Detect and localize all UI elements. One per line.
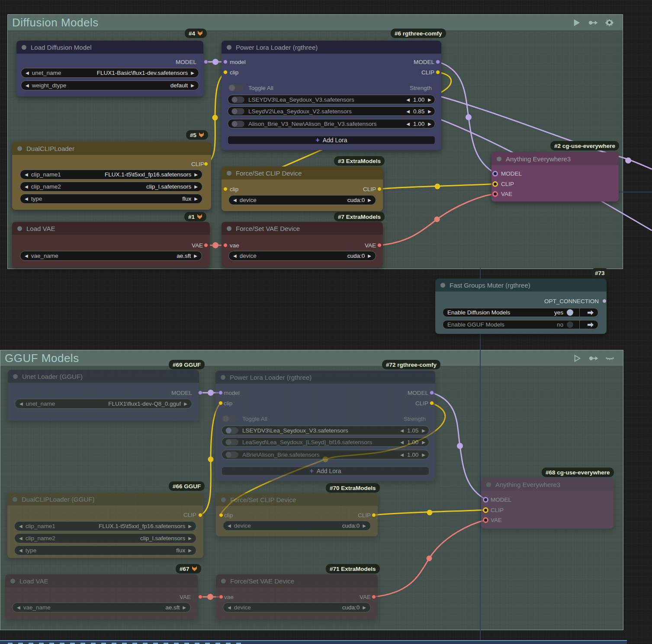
port-vae-out[interactable] [204, 243, 208, 247]
node-power-lora-loader-gguf[interactable]: Power Lora Loader (rgthree) model clip M… [215, 371, 435, 481]
toggle-all-switch[interactable] [222, 415, 237, 422]
add-lora-button[interactable]: +Add Lora [228, 136, 435, 144]
combo-next-icon[interactable]: ▶ [194, 172, 198, 177]
port-model-out[interactable] [436, 60, 440, 64]
port-model-out[interactable] [204, 60, 208, 64]
combo-next-icon[interactable]: ▶ [183, 605, 186, 610]
lora-strength[interactable]: ◀1.00▶ [406, 121, 431, 127]
combo-prev-icon[interactable]: ◀ [17, 605, 20, 610]
toggle-all-switch[interactable] [228, 84, 243, 91]
collapse-dot[interactable] [227, 226, 231, 231]
node-force-set-clip-device[interactable]: Force/Set CLIP Device clip CLIP ◀devicec… [222, 167, 383, 211]
combo-vae-name[interactable]: ◀vae_nameae.sft▶ [20, 251, 202, 261]
lora-strength[interactable]: ◀1.05▶ [400, 427, 425, 434]
collapse-dot[interactable] [486, 482, 491, 487]
collapse-dot[interactable] [10, 579, 15, 583]
collapse-dot[interactable] [497, 157, 501, 161]
port-vae-out[interactable] [198, 595, 202, 599]
port-clip-out[interactable] [198, 513, 202, 517]
lora-strength[interactable]: ◀0.85▶ [406, 108, 431, 115]
combo-next-icon[interactable]: ▶ [191, 70, 194, 75]
combo-next-icon[interactable]: ▶ [368, 253, 371, 258]
port-model-in[interactable] [483, 497, 488, 503]
combo-next-icon[interactable]: ▶ [363, 523, 366, 528]
lora-strength[interactable]: ◀1.00▶ [400, 452, 425, 458]
collapse-dot[interactable] [13, 497, 17, 502]
lora-toggle[interactable] [225, 452, 238, 458]
node-graph-canvas[interactable]: Diffusion Models GGUF Models [0, 0, 652, 644]
node-load-diffusion-model[interactable]: Load Diffusion Model MODEL ◀unet_nameFLU… [16, 41, 203, 96]
port-opt-connection-out[interactable] [602, 299, 607, 303]
port-clip-out[interactable] [430, 401, 434, 405]
combo-prev-icon[interactable]: ◀ [19, 536, 22, 541]
node-load-vae-gguf[interactable]: Load VAE VAE ◀vae_nameae.sft▶ [5, 574, 198, 619]
jump-to-group-icon[interactable] [583, 322, 598, 328]
node-fast-groups-muter[interactable]: Fast Groups Muter (rgthree) OPT_CONNECTI… [435, 279, 607, 334]
muter-toggle[interactable] [567, 321, 573, 328]
combo-device[interactable]: ◀devicecuda:0▶ [228, 195, 376, 205]
collapse-dot[interactable] [22, 45, 26, 50]
node-force-set-vae-device[interactable]: Force/Set VAE Device vae VAE ◀devicecuda… [222, 222, 383, 268]
combo-prev-icon[interactable]: ◀ [25, 253, 28, 258]
lora-row[interactable]: LSEYDV3\Lea_Seydoux_V3.safetensors ◀1.00… [228, 95, 435, 104]
node-dual-clip-loader[interactable]: DualCLIPLoader CLIP ◀clip_name1FLUX.1-t5… [12, 142, 211, 210]
lora-toggle[interactable] [225, 439, 238, 445]
lora-row[interactable]: LSEYDV3\Lea_Seydoux_V3.safetensors ◀1.05… [222, 426, 429, 435]
combo-next-icon[interactable]: ▶ [188, 548, 192, 553]
collapse-dot[interactable] [227, 45, 231, 50]
combo-clip-name2[interactable]: ◀clip_name2clip_l.safetensors▶ [14, 533, 196, 543]
node-anything-everywhere3-gguf[interactable]: Anything Everywhere3 MODEL CLIP VAE [481, 478, 613, 529]
port-vae-out[interactable] [377, 243, 382, 247]
collapse-dot[interactable] [440, 283, 445, 288]
port-clip-in[interactable] [223, 187, 228, 191]
port-clip-out[interactable] [204, 162, 208, 166]
port-clip-in[interactable] [492, 181, 498, 187]
collapse-dot[interactable] [227, 171, 231, 176]
port-clip-in[interactable] [219, 513, 223, 517]
port-vae-out[interactable] [372, 595, 376, 599]
port-vae-in[interactable] [223, 243, 228, 247]
lora-toggle[interactable] [231, 108, 244, 115]
combo-prev-icon[interactable]: ◀ [25, 184, 28, 189]
port-model-in[interactable] [492, 171, 498, 176]
port-clip-out[interactable] [436, 70, 440, 74]
lora-toggle[interactable] [231, 96, 244, 103]
lora-strength[interactable]: ◀1.00▶ [406, 96, 431, 103]
port-vae-in[interactable] [483, 517, 488, 523]
combo-weight-dtype[interactable]: ◀weight_dtypedefault▶ [21, 80, 199, 90]
collapse-dot[interactable] [221, 375, 225, 380]
port-model-in[interactable] [218, 391, 223, 395]
jump-to-group-icon[interactable] [583, 310, 598, 316]
collapse-dot[interactable] [13, 374, 18, 379]
combo-clip-name2[interactable]: ◀clip_name2clip_l.safetensors▶ [20, 182, 202, 192]
port-vae-in[interactable] [492, 191, 498, 197]
node-power-lora-loader[interactable]: Power Lora Loader (rgthree) model clip M… [222, 41, 441, 150]
lora-strength[interactable]: ◀1.00▶ [400, 439, 425, 445]
add-lora-button[interactable]: +Add Lora [222, 467, 429, 475]
collapse-dot[interactable] [221, 497, 226, 502]
muter-row-gguf[interactable]: Enable GGUF Models no [443, 320, 598, 329]
node-anything-everywhere3[interactable]: Anything Everywhere3 MODEL CLIP VAE [491, 152, 619, 202]
collapse-dot[interactable] [17, 226, 22, 231]
combo-device[interactable]: ◀devicecuda:0▶ [228, 251, 376, 261]
combo-prev-icon[interactable]: ◀ [233, 198, 237, 202]
combo-prev-icon[interactable]: ◀ [19, 548, 22, 553]
combo-prev-icon[interactable]: ◀ [228, 523, 231, 528]
port-clip-in[interactable] [483, 507, 488, 513]
node-load-vae[interactable]: Load VAE VAE ◀vae_nameae.sft▶ [12, 222, 210, 268]
combo-unet-name[interactable]: ◀unet_nameFLUX1\flux1-dev-Q8_0.gguf▶ [15, 399, 192, 409]
combo-next-icon[interactable]: ▶ [184, 401, 187, 406]
combo-next-icon[interactable]: ▶ [194, 253, 197, 258]
combo-clip-name1[interactable]: ◀clip_name1FLUX.1-t5\t5xxl_fp16.safetens… [20, 170, 202, 179]
port-model-out[interactable] [198, 391, 202, 395]
muter-row-diffusion[interactable]: Enable Diffusion Models yes [443, 308, 598, 317]
port-clip-in[interactable] [223, 70, 228, 74]
combo-vae-name[interactable]: ◀vae_nameae.sft▶ [12, 602, 191, 612]
port-clip-out[interactable] [377, 187, 382, 191]
lora-toggle[interactable] [231, 121, 244, 127]
port-clip-out[interactable] [372, 513, 376, 517]
combo-prev-icon[interactable]: ◀ [233, 253, 237, 258]
port-clip-in[interactable] [218, 401, 223, 405]
combo-next-icon[interactable]: ▶ [194, 184, 198, 189]
combo-prev-icon[interactable]: ◀ [26, 83, 29, 88]
